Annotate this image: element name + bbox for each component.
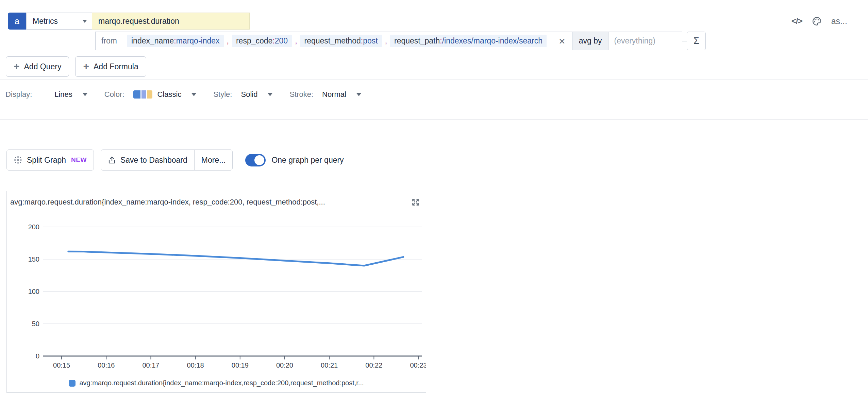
filter-tag[interactable]: request_path:/indexes/marqo-index/search: [390, 35, 547, 47]
svg-text:00:19: 00:19: [232, 361, 249, 369]
palette-icon[interactable]: [812, 16, 822, 26]
data-source-dropdown[interactable]: Metrics: [26, 13, 92, 30]
filter-row: from index_name:marqo-index , resp_code:…: [95, 32, 706, 50]
svg-text:00:18: 00:18: [187, 361, 204, 369]
svg-text:100: 100: [28, 288, 39, 295]
stroke-dropdown[interactable]: Normal: [322, 90, 361, 99]
tag-separator: ,: [295, 36, 297, 46]
panel-title-row: avg:marqo.request.duration{index_name:ma…: [7, 191, 426, 213]
display-options-row: Display: Lines Color: Classic Style: Sol…: [5, 86, 361, 103]
legend-color-swatch[interactable]: [69, 380, 76, 387]
svg-text:200: 200: [28, 223, 39, 231]
legend-row: avg:marqo.request.duration{index_name:ma…: [7, 374, 426, 392]
svg-text:00:20: 00:20: [276, 361, 293, 369]
chevron-down-icon: [268, 93, 272, 96]
svg-text:00:16: 00:16: [98, 361, 115, 369]
svg-text:00:17: 00:17: [142, 361, 159, 369]
divider: [0, 119, 868, 120]
chevron-down-icon: [82, 20, 87, 23]
tag-separator: ,: [227, 36, 229, 46]
divider: [0, 79, 868, 80]
display-label: Display:: [5, 90, 32, 99]
style-label: Style:: [213, 90, 232, 99]
one-graph-per-query-toggle[interactable]: [245, 154, 266, 166]
rollup-sigma-button[interactable]: Σ: [687, 32, 706, 50]
timeseries-panel: avg:marqo.request.duration{index_name:ma…: [6, 191, 426, 393]
tag-separator: ,: [385, 36, 387, 46]
export-icon: [108, 156, 116, 164]
new-badge: NEW: [71, 156, 87, 164]
stroke-label: Stroke:: [289, 90, 313, 99]
split-graph-button[interactable]: Split Graph NEW: [6, 149, 94, 171]
svg-text:150: 150: [28, 255, 39, 263]
swatch-stripe: [133, 90, 140, 99]
add-formula-button[interactable]: + Add Formula: [75, 56, 146, 77]
color-palette-swatch[interactable]: [133, 90, 152, 99]
segment-connector: [682, 41, 687, 41]
chevron-down-icon: [191, 93, 196, 96]
metric-name-value: marqo.request.duration: [98, 17, 179, 26]
data-source-label: Metrics: [33, 17, 58, 26]
timeseries-plot[interactable]: 05010015020000:1500:1600:1700:1800:1900:…: [7, 213, 426, 374]
swatch-stripe: [141, 90, 146, 99]
plus-icon: +: [83, 61, 89, 71]
group-by-input[interactable]: (everything): [608, 32, 682, 50]
display-type-dropdown[interactable]: Lines: [54, 90, 87, 99]
panel-title: avg:marqo.request.duration{index_name:ma…: [10, 198, 325, 207]
as-function-button[interactable]: as...: [831, 16, 847, 26]
chevron-down-icon: [356, 93, 361, 96]
color-label: Color:: [104, 90, 124, 99]
expand-icon[interactable]: [410, 197, 421, 208]
svg-text:50: 50: [32, 320, 39, 328]
more-button[interactable]: More...: [194, 150, 233, 170]
metric-name-input[interactable]: marqo.request.duration: [92, 13, 250, 30]
filter-tag[interactable]: resp_code:200: [232, 35, 292, 47]
plot-area[interactable]: 05010015020000:1500:1600:1700:1800:1900:…: [7, 213, 426, 374]
plus-icon: +: [14, 61, 20, 71]
add-query-button[interactable]: + Add Query: [6, 56, 69, 77]
swatch-stripe: [147, 90, 152, 99]
style-dropdown[interactable]: Solid: [241, 90, 272, 99]
dashboard-button-group: Save to Dashboard More...: [101, 149, 233, 171]
svg-text:00:23: 00:23: [410, 361, 426, 369]
svg-text:00:21: 00:21: [321, 361, 338, 369]
from-label: from: [95, 32, 123, 50]
filter-tag[interactable]: index_name:marqo-index: [127, 35, 224, 47]
svg-text:00:15: 00:15: [53, 361, 70, 369]
split-graph-icon: [14, 156, 22, 164]
code-view-icon[interactable]: </>: [791, 16, 802, 26]
clear-filters-icon[interactable]: ×: [559, 36, 565, 47]
query-tools: </> as...: [791, 15, 847, 27]
svg-text:00:22: 00:22: [365, 361, 382, 369]
query-row: a Metrics marqo.request.duration: [8, 13, 250, 30]
chevron-down-icon: [83, 93, 87, 96]
legend-label[interactable]: avg:marqo.request.duration{index_name:ma…: [79, 379, 364, 387]
svg-text:0: 0: [36, 352, 39, 360]
toggle-label: One graph per query: [271, 156, 344, 165]
graph-toolbar: Split Graph NEW Save to Dashboard More..…: [6, 149, 344, 171]
aggregate-by-dropdown[interactable]: avg by: [572, 32, 609, 50]
toggle-knob: [254, 155, 264, 165]
query-letter-badge[interactable]: a: [8, 13, 26, 30]
filter-tags-field[interactable]: index_name:marqo-index , resp_code:200 ,…: [123, 32, 572, 50]
color-scheme-dropdown[interactable]: Classic: [157, 90, 197, 99]
save-to-dashboard-button[interactable]: Save to Dashboard: [101, 150, 194, 170]
query-actions: + Add Query + Add Formula: [6, 56, 146, 77]
filter-tag[interactable]: request_method:post: [300, 35, 382, 47]
